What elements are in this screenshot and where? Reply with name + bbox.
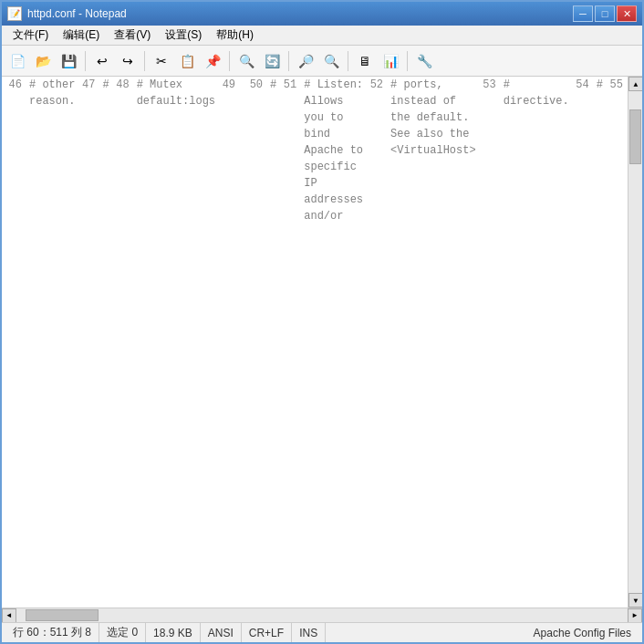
line-ending: CR+LF — [242, 623, 292, 642]
scroll-up-button[interactable]: ▲ — [628, 77, 642, 91]
zoomout-button[interactable]: 🔍 — [319, 49, 343, 73]
separator-5 — [348, 51, 348, 71]
open-button[interactable]: 📂 — [31, 49, 55, 73]
selection-count: 选定 0 — [99, 623, 146, 642]
editor-content[interactable]: 46 # other reason. 47 # 48 # Mutex defau… — [2, 77, 628, 608]
editor-container: 46 # other reason. 47 # 48 # Mutex defau… — [2, 77, 642, 608]
vertical-scrollbar[interactable]: ▲ ▼ — [628, 77, 642, 608]
scroll-right-button[interactable]: ► — [628, 608, 642, 623]
toolbar: 📄 📂 💾 ↩ ↪ ✂ 📋 📌 🔍 🔄 🔎 🔍 🖥 📊 🔧 — [2, 46, 642, 77]
code-line-47: 47 # — [75, 77, 109, 608]
line-number-48: 48 — [109, 77, 137, 608]
separator-4 — [288, 51, 289, 71]
app-icon: 📝 — [7, 6, 22, 21]
chart-button[interactable]: 📊 — [379, 49, 402, 73]
line-number-51: 51 — [276, 77, 304, 608]
line-content-51: # Listen: Allows you to bind Apache to s… — [304, 77, 363, 608]
separator-6 — [407, 51, 408, 71]
line-number-55: 55 — [603, 77, 628, 608]
separator-3 — [229, 51, 230, 71]
line-number-49: 49 — [215, 77, 243, 608]
menu-bar: 文件(F) 编辑(E) 查看(V) 设置(S) 帮助(H) — [2, 26, 642, 46]
zoomin-button[interactable]: 🔎 — [294, 49, 317, 73]
undo-button[interactable]: ↩ — [90, 49, 114, 73]
scroll-thumb-v[interactable] — [629, 109, 641, 164]
file-type: Apache Config Files — [326, 623, 639, 642]
line-number-50: 50 — [243, 77, 270, 608]
scroll-thumb-h[interactable] — [26, 609, 99, 621]
scroll-left-button[interactable]: ◄ — [2, 608, 16, 623]
save-button[interactable]: 💾 — [57, 49, 80, 73]
scroll-down-button[interactable]: ▼ — [628, 593, 642, 608]
find-button[interactable]: 🔍 — [234, 49, 258, 73]
file-size: 18.9 KB — [146, 623, 201, 642]
scroll-track-v[interactable] — [628, 91, 642, 593]
insert-mode: INS — [292, 623, 326, 642]
separator-1 — [85, 51, 86, 71]
code-line-48: 48 # Mutex default:logs — [109, 77, 215, 608]
code-line-46: 46 # other reason. — [2, 77, 75, 608]
new-button[interactable]: 📄 — [5, 49, 29, 73]
paste-button[interactable]: 📌 — [201, 49, 224, 73]
maximize-button[interactable]: □ — [595, 5, 615, 22]
code-line-50: 50 # — [243, 77, 276, 608]
line-number-47: 47 — [75, 77, 102, 608]
menu-edit[interactable]: 编辑(E) — [56, 26, 107, 45]
scroll-track-h[interactable] — [16, 608, 628, 622]
redo-button[interactable]: ↪ — [116, 49, 140, 73]
title-bar: 📝 httpd.conf - Notepad ─ □ ✕ — [2, 2, 642, 26]
code-line-51: 51 # Listen: Allows you to bind Apache t… — [276, 77, 363, 608]
line-content-46: # other reason. — [29, 77, 75, 608]
code-area: 46 # other reason. 47 # 48 # Mutex defau… — [2, 77, 628, 608]
view-button[interactable]: 🖥 — [353, 49, 377, 73]
line-content-50: # — [270, 77, 276, 608]
code-line-54: 54 # — [569, 77, 603, 608]
separator-2 — [144, 51, 145, 71]
replace-button[interactable]: 🔄 — [260, 49, 284, 73]
line-content-48: # Mutex default:logs — [137, 77, 215, 608]
minimize-button[interactable]: ─ — [573, 5, 593, 22]
line-content-47: # — [102, 77, 109, 608]
menu-help[interactable]: 帮助(H) — [209, 26, 261, 45]
menu-view[interactable]: 查看(V) — [107, 26, 158, 45]
status-bar: 行 60：511 列 8 选定 0 18.9 KB ANSI CR+LF INS… — [2, 622, 642, 642]
encoding: ANSI — [201, 623, 242, 642]
copy-button[interactable]: 📋 — [175, 49, 199, 73]
line-number-46: 46 — [2, 77, 29, 608]
line-number-52: 52 — [363, 77, 390, 608]
line-content-53: # directive. — [504, 77, 569, 608]
line-content-52: # ports, instead of the default. See als… — [390, 77, 476, 608]
code-line-55: 55 # Change this to Listen on specific I… — [603, 77, 628, 608]
code-line-49: 49 — [215, 77, 243, 608]
extra-button[interactable]: 🔧 — [412, 49, 436, 73]
main-window: 📝 httpd.conf - Notepad ─ □ ✕ 文件(F) 编辑(E)… — [0, 0, 644, 644]
code-line-53: 53 # directive. — [476, 77, 569, 608]
code-line-52: 52 # ports, instead of the default. See … — [363, 77, 476, 608]
menu-settings[interactable]: 设置(S) — [158, 26, 209, 45]
line-number-54: 54 — [569, 77, 597, 608]
cursor-position: 行 60：511 列 8 — [5, 623, 99, 642]
window-title: httpd.conf - Notepad — [27, 7, 127, 20]
close-button[interactable]: ✕ — [617, 5, 637, 22]
menu-file[interactable]: 文件(F) — [5, 26, 56, 45]
horizontal-scrollbar[interactable]: ◄ ► — [2, 608, 642, 622]
cut-button[interactable]: ✂ — [150, 49, 173, 73]
line-content-54: # — [597, 77, 603, 608]
window-controls: ─ □ ✕ — [573, 5, 637, 22]
line-number-53: 53 — [476, 77, 504, 608]
